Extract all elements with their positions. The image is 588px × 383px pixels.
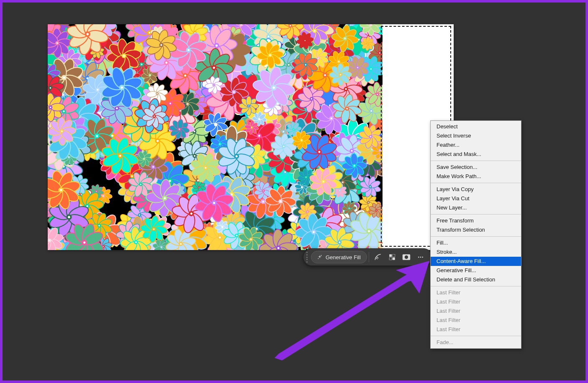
more-options-icon[interactable] [413,251,428,263]
menu-item-free-transform[interactable]: Free Transform [431,216,521,225]
menu-item-new-layer[interactable]: New Layer... [431,203,521,212]
menu-item-layer-via-copy[interactable]: Layer Via Copy [431,185,521,194]
svg-rect-1054 [389,258,392,260]
image-content [48,24,383,250]
menu-item-delete-and-fill-selection[interactable]: Delete and Fill Selection [431,275,521,284]
divider [369,252,369,262]
menu-item-fade: Fade... [431,338,521,347]
menu-item-last-filter: Last Filter [431,325,521,334]
menu-item-fill[interactable]: Fill... [431,238,521,248]
menu-item-content-aware-fill[interactable]: Content-Aware Fill... [431,257,521,266]
svg-point-1056 [405,255,408,259]
menu-item-layer-via-cut[interactable]: Layer Via Cut [431,194,521,203]
app-frame: Generative Fill [3,3,585,380]
taskbar-drag-handle[interactable] [305,252,308,263]
menu-item-transform-selection[interactable]: Transform Selection [431,225,521,235]
menu-item-last-filter: Last Filter [431,288,521,297]
menu-item-feather[interactable]: Feather... [431,140,521,150]
invert-selection-icon[interactable] [385,251,399,263]
menu-item-make-work-path[interactable]: Make Work Path... [431,172,521,181]
svg-rect-1052 [393,258,395,260]
subtract-selection-icon[interactable] [371,251,385,263]
svg-point-1059 [422,257,423,258]
menu-item-save-selection[interactable]: Save Selection... [431,163,521,172]
document-canvas[interactable] [48,24,454,250]
generative-fill-button[interactable]: Generative Fill [311,251,367,263]
svg-rect-1053 [393,254,395,257]
context-menu: DeselectSelect InverseFeather...Select a… [430,120,521,349]
contextual-taskbar: Generative Fill [303,248,432,266]
svg-point-1058 [420,257,421,258]
menu-item-stroke[interactable]: Stroke... [431,248,521,257]
menu-item-last-filter: Last Filter [431,297,521,306]
svg-rect-1051 [389,254,392,257]
svg-point-1057 [418,257,419,258]
menu-item-last-filter: Last Filter [431,306,521,316]
menu-item-select-inverse[interactable]: Select Inverse [431,131,521,140]
menu-item-generative-fill[interactable]: Generative Fill... [431,266,521,275]
svg-point-1049 [321,255,321,255]
svg-point-1050 [318,258,318,259]
sparkle-icon [317,255,322,260]
menu-item-deselect[interactable]: Deselect [431,122,521,131]
generative-fill-label: Generative Fill [326,254,361,260]
mask-icon[interactable] [399,251,413,263]
menu-item-select-and-mask[interactable]: Select and Mask... [431,150,521,159]
menu-item-last-filter: Last Filter [431,316,521,325]
svg-marker-1060 [275,273,412,360]
